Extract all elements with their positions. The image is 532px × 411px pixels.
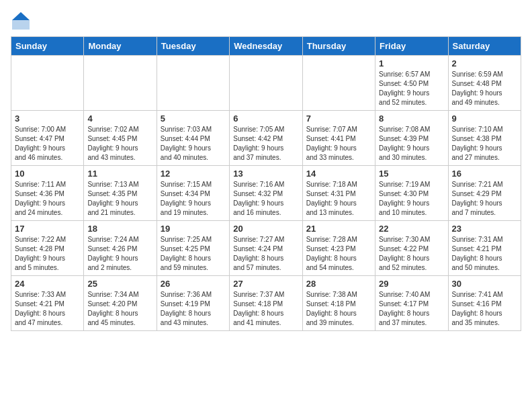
calendar-cell: 28Sunrise: 7:38 AM Sunset: 4:18 PM Dayli… bbox=[302, 276, 375, 331]
calendar-cell: 2Sunrise: 6:59 AM Sunset: 4:48 PM Daylig… bbox=[448, 56, 521, 111]
day-number: 13 bbox=[233, 169, 298, 179]
calendar-cell: 11Sunrise: 7:13 AM Sunset: 4:35 PM Dayli… bbox=[84, 166, 157, 221]
day-number: 4 bbox=[87, 113, 152, 124]
calendar-cell: 23Sunrise: 7:31 AM Sunset: 4:21 PM Dayli… bbox=[448, 221, 521, 276]
calendar-cell: 25Sunrise: 7:34 AM Sunset: 4:20 PM Dayli… bbox=[84, 276, 157, 331]
logo-icon bbox=[11, 11, 31, 31]
calendar-week-row: 17Sunrise: 7:22 AM Sunset: 4:28 PM Dayli… bbox=[11, 221, 521, 276]
calendar-cell: 9Sunrise: 7:10 AM Sunset: 4:38 PM Daylig… bbox=[448, 111, 521, 166]
calendar-cell: 5Sunrise: 7:03 AM Sunset: 4:44 PM Daylig… bbox=[157, 111, 229, 166]
day-info: Sunrise: 7:11 AM Sunset: 4:36 PM Dayligh… bbox=[15, 180, 80, 218]
calendar-cell: 16Sunrise: 7:21 AM Sunset: 4:29 PM Dayli… bbox=[448, 166, 521, 221]
day-number: 12 bbox=[161, 169, 226, 179]
day-info: Sunrise: 6:57 AM Sunset: 4:50 PM Dayligh… bbox=[379, 70, 444, 107]
page-header bbox=[11, 11, 521, 31]
day-number: 6 bbox=[233, 113, 298, 124]
day-info: Sunrise: 7:19 AM Sunset: 4:30 PM Dayligh… bbox=[379, 180, 444, 218]
weekday-header: Friday bbox=[375, 37, 448, 56]
day-number: 1 bbox=[379, 58, 444, 68]
calendar-cell: 26Sunrise: 7:36 AM Sunset: 4:19 PM Dayli… bbox=[157, 276, 229, 331]
calendar-cell: 15Sunrise: 7:19 AM Sunset: 4:30 PM Dayli… bbox=[375, 166, 448, 221]
day-number: 22 bbox=[379, 224, 444, 234]
calendar-cell: 27Sunrise: 7:37 AM Sunset: 4:18 PM Dayli… bbox=[230, 276, 302, 331]
weekday-header: Monday bbox=[84, 37, 157, 56]
day-number: 23 bbox=[452, 224, 517, 234]
calendar: SundayMondayTuesdayWednesdayThursdayFrid… bbox=[11, 36, 521, 331]
day-number: 3 bbox=[15, 113, 80, 124]
calendar-cell: 13Sunrise: 7:16 AM Sunset: 4:32 PM Dayli… bbox=[230, 166, 302, 221]
day-info: Sunrise: 7:40 AM Sunset: 4:17 PM Dayligh… bbox=[379, 290, 444, 328]
day-number: 11 bbox=[87, 169, 152, 179]
day-number: 9 bbox=[452, 113, 517, 124]
calendar-cell: 4Sunrise: 7:02 AM Sunset: 4:45 PM Daylig… bbox=[84, 111, 157, 166]
day-info: Sunrise: 7:03 AM Sunset: 4:44 PM Dayligh… bbox=[161, 125, 226, 163]
calendar-cell: 8Sunrise: 7:08 AM Sunset: 4:39 PM Daylig… bbox=[375, 111, 448, 166]
day-number: 18 bbox=[87, 224, 152, 234]
day-info: Sunrise: 7:34 AM Sunset: 4:20 PM Dayligh… bbox=[87, 290, 152, 328]
calendar-cell bbox=[11, 56, 84, 111]
day-info: Sunrise: 7:07 AM Sunset: 4:41 PM Dayligh… bbox=[306, 125, 371, 163]
day-info: Sunrise: 7:16 AM Sunset: 4:32 PM Dayligh… bbox=[233, 180, 298, 218]
day-info: Sunrise: 7:02 AM Sunset: 4:45 PM Dayligh… bbox=[87, 125, 152, 163]
day-number: 25 bbox=[87, 279, 152, 289]
calendar-cell: 12Sunrise: 7:15 AM Sunset: 4:34 PM Dayli… bbox=[157, 166, 229, 221]
calendar-cell: 30Sunrise: 7:41 AM Sunset: 4:16 PM Dayli… bbox=[448, 276, 521, 331]
day-info: Sunrise: 6:59 AM Sunset: 4:48 PM Dayligh… bbox=[452, 70, 517, 107]
day-info: Sunrise: 7:28 AM Sunset: 4:23 PM Dayligh… bbox=[306, 235, 371, 273]
day-info: Sunrise: 7:31 AM Sunset: 4:21 PM Dayligh… bbox=[452, 235, 517, 273]
day-info: Sunrise: 7:25 AM Sunset: 4:25 PM Dayligh… bbox=[161, 235, 226, 273]
calendar-week-row: 3Sunrise: 7:00 AM Sunset: 4:47 PM Daylig… bbox=[11, 111, 521, 166]
day-info: Sunrise: 7:10 AM Sunset: 4:38 PM Dayligh… bbox=[452, 125, 517, 163]
weekday-header: Wednesday bbox=[230, 37, 302, 56]
calendar-cell: 7Sunrise: 7:07 AM Sunset: 4:41 PM Daylig… bbox=[302, 111, 375, 166]
calendar-week-row: 24Sunrise: 7:33 AM Sunset: 4:21 PM Dayli… bbox=[11, 276, 521, 331]
day-info: Sunrise: 7:21 AM Sunset: 4:29 PM Dayligh… bbox=[452, 180, 517, 218]
svg-marker-0 bbox=[12, 12, 30, 20]
calendar-cell: 22Sunrise: 7:30 AM Sunset: 4:22 PM Dayli… bbox=[375, 221, 448, 276]
weekday-header: Sunday bbox=[11, 37, 84, 56]
day-number: 5 bbox=[161, 113, 226, 124]
calendar-cell: 6Sunrise: 7:05 AM Sunset: 4:42 PM Daylig… bbox=[230, 111, 302, 166]
day-info: Sunrise: 7:13 AM Sunset: 4:35 PM Dayligh… bbox=[87, 180, 152, 218]
weekday-header: Tuesday bbox=[157, 37, 229, 56]
calendar-cell bbox=[230, 56, 302, 111]
calendar-header-row: SundayMondayTuesdayWednesdayThursdayFrid… bbox=[11, 37, 521, 56]
day-number: 8 bbox=[379, 113, 444, 124]
weekday-header: Saturday bbox=[448, 37, 521, 56]
calendar-week-row: 10Sunrise: 7:11 AM Sunset: 4:36 PM Dayli… bbox=[11, 166, 521, 221]
calendar-cell: 21Sunrise: 7:28 AM Sunset: 4:23 PM Dayli… bbox=[302, 221, 375, 276]
calendar-cell: 18Sunrise: 7:24 AM Sunset: 4:26 PM Dayli… bbox=[84, 221, 157, 276]
day-number: 17 bbox=[15, 224, 80, 234]
day-number: 7 bbox=[306, 113, 371, 124]
day-info: Sunrise: 7:18 AM Sunset: 4:31 PM Dayligh… bbox=[306, 180, 371, 218]
calendar-cell bbox=[84, 56, 157, 111]
calendar-cell: 20Sunrise: 7:27 AM Sunset: 4:24 PM Dayli… bbox=[230, 221, 302, 276]
day-number: 10 bbox=[15, 169, 80, 179]
day-number: 26 bbox=[161, 279, 226, 289]
day-info: Sunrise: 7:08 AM Sunset: 4:39 PM Dayligh… bbox=[379, 125, 444, 163]
day-info: Sunrise: 7:22 AM Sunset: 4:28 PM Dayligh… bbox=[15, 235, 80, 273]
logo bbox=[11, 11, 34, 31]
day-info: Sunrise: 7:33 AM Sunset: 4:21 PM Dayligh… bbox=[15, 290, 80, 328]
day-info: Sunrise: 7:05 AM Sunset: 4:42 PM Dayligh… bbox=[233, 125, 298, 163]
day-number: 28 bbox=[306, 279, 371, 289]
weekday-header: Thursday bbox=[302, 37, 375, 56]
day-info: Sunrise: 7:27 AM Sunset: 4:24 PM Dayligh… bbox=[233, 235, 298, 273]
day-info: Sunrise: 7:41 AM Sunset: 4:16 PM Dayligh… bbox=[452, 290, 517, 328]
day-info: Sunrise: 7:36 AM Sunset: 4:19 PM Dayligh… bbox=[161, 290, 226, 328]
day-info: Sunrise: 7:38 AM Sunset: 4:18 PM Dayligh… bbox=[306, 290, 371, 328]
day-number: 14 bbox=[306, 169, 371, 179]
day-number: 20 bbox=[233, 224, 298, 234]
day-number: 30 bbox=[452, 279, 517, 289]
calendar-cell bbox=[302, 56, 375, 111]
day-info: Sunrise: 7:15 AM Sunset: 4:34 PM Dayligh… bbox=[161, 180, 226, 218]
calendar-cell: 1Sunrise: 6:57 AM Sunset: 4:50 PM Daylig… bbox=[375, 56, 448, 111]
calendar-week-row: 1Sunrise: 6:57 AM Sunset: 4:50 PM Daylig… bbox=[11, 56, 521, 111]
day-number: 29 bbox=[379, 279, 444, 289]
day-number: 2 bbox=[452, 58, 517, 68]
calendar-cell bbox=[157, 56, 229, 111]
day-info: Sunrise: 7:37 AM Sunset: 4:18 PM Dayligh… bbox=[233, 290, 298, 328]
calendar-cell: 3Sunrise: 7:00 AM Sunset: 4:47 PM Daylig… bbox=[11, 111, 84, 166]
day-info: Sunrise: 7:00 AM Sunset: 4:47 PM Dayligh… bbox=[15, 125, 80, 163]
day-number: 16 bbox=[452, 169, 517, 179]
